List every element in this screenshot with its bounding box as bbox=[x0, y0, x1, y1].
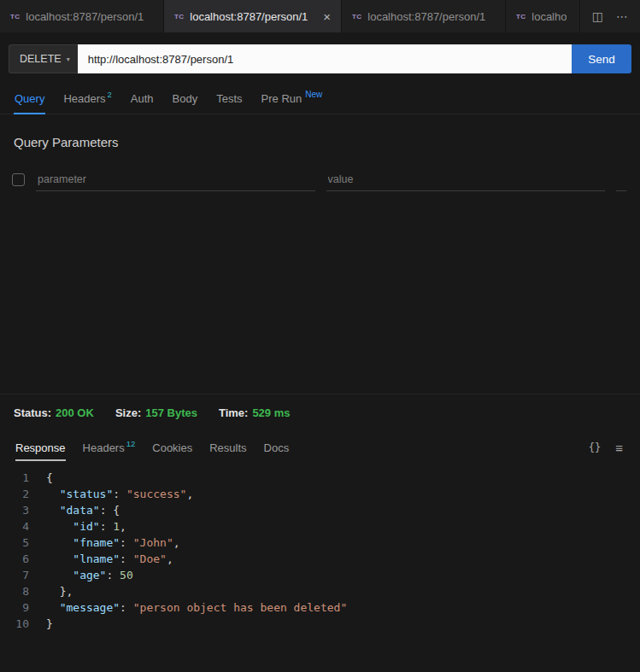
param-name-input[interactable] bbox=[36, 168, 315, 191]
query-param-row bbox=[12, 168, 626, 191]
tab-label: Response bbox=[15, 441, 66, 454]
send-button[interactable]: Send bbox=[572, 44, 631, 73]
time-label: Time: bbox=[219, 406, 248, 419]
code-text: } bbox=[46, 616, 53, 632]
size-group: Size: 157 Bytes bbox=[115, 406, 197, 419]
tab-response[interactable]: Response bbox=[7, 431, 74, 464]
tab-label: localho bbox=[531, 10, 567, 23]
param-checkbox[interactable] bbox=[12, 173, 25, 186]
method-label: DELETE bbox=[20, 53, 62, 65]
code-line: 5 "fname": "John", bbox=[0, 535, 640, 551]
tab-query[interactable]: Query bbox=[5, 84, 54, 114]
close-icon[interactable]: × bbox=[316, 10, 331, 23]
tab-auth[interactable]: Auth bbox=[121, 84, 163, 114]
editor-tab-3[interactable]: TC localhost:8787/person/1 bbox=[342, 0, 506, 32]
headers-count-badge: 2 bbox=[108, 90, 112, 99]
request-tabs: Query Headers 2 Auth Body Tests Pre Run … bbox=[0, 84, 640, 114]
chevron-down-icon: ▾ bbox=[67, 56, 70, 63]
size-label: Size: bbox=[115, 406, 141, 419]
line-number: 4 bbox=[0, 518, 29, 535]
status-label: Status: bbox=[14, 406, 51, 419]
code-text: { bbox=[46, 470, 53, 486]
line-number: 10 bbox=[0, 616, 29, 632]
request-bar: DELETE ▾ Send bbox=[0, 32, 640, 84]
empty-area bbox=[0, 191, 640, 394]
code-line: 3 "data": { bbox=[0, 502, 640, 518]
editor-tab-2-active[interactable]: TC localhost:8787/person/1 × bbox=[164, 0, 342, 32]
tab-results[interactable]: Results bbox=[201, 431, 255, 464]
code-text: "fname": "John", bbox=[46, 535, 180, 551]
tab-docs[interactable]: Docs bbox=[255, 431, 298, 464]
code-line: 2 "status": "success", bbox=[0, 486, 640, 502]
code-line: 8 }, bbox=[0, 583, 640, 599]
tab-label: Headers bbox=[63, 92, 105, 105]
code-line: 10} bbox=[0, 616, 640, 632]
tab-label: Docs bbox=[264, 441, 290, 454]
editor-tab-bar: TC localhost:8787/person/1 TC localhost:… bbox=[0, 0, 640, 32]
code-line: 6 "lname": "Doe", bbox=[0, 551, 640, 567]
tab-label: localhost:8787/person/1 bbox=[190, 10, 308, 23]
status-group: Status: 200 OK bbox=[14, 406, 94, 419]
more-actions-icon[interactable]: ⋯ bbox=[616, 9, 628, 23]
query-parameters-title: Query Parameters bbox=[14, 135, 640, 149]
code-text: "id": 1, bbox=[46, 518, 126, 535]
size-value: 157 Bytes bbox=[145, 406, 197, 419]
code-line: 1{ bbox=[0, 470, 640, 486]
time-group: Time: 529 ms bbox=[219, 406, 291, 419]
editor-tab-1[interactable]: TC localhost:8787/person/1 bbox=[0, 0, 164, 32]
status-value: 200 OK bbox=[56, 406, 94, 419]
tab-label: localhost:8787/person/1 bbox=[367, 10, 485, 23]
response-headers-count-badge: 12 bbox=[126, 439, 136, 448]
tab-label: Headers bbox=[83, 441, 125, 454]
code-text: "data": { bbox=[46, 502, 120, 518]
tab-label: Results bbox=[209, 441, 246, 454]
code-line: 4 "id": 1, bbox=[0, 518, 640, 535]
thunder-client-icon: TC bbox=[352, 13, 361, 20]
code-text: "lname": "Doe", bbox=[46, 551, 173, 567]
tab-label: Tests bbox=[216, 92, 242, 105]
line-number: 1 bbox=[0, 470, 29, 486]
editor-tab-4[interactable]: TC localho bbox=[506, 0, 580, 32]
tab-label: localhost:8787/person/1 bbox=[26, 10, 144, 23]
editor-actions: ◫ ⋯ bbox=[580, 0, 640, 32]
code-line: 9 "message": "person object has been del… bbox=[0, 599, 640, 616]
thunder-client-icon: TC bbox=[10, 13, 20, 20]
thunder-client-icon: TC bbox=[174, 13, 184, 20]
thunder-client-icon: TC bbox=[516, 13, 526, 20]
code-text: "status": "success", bbox=[46, 486, 193, 502]
response-tabs: Response Headers 12 Cookies Results Docs… bbox=[0, 431, 640, 464]
tab-label: Body bbox=[173, 92, 198, 105]
tab-label: Cookies bbox=[152, 441, 192, 454]
code-text: "message": "person object has been delet… bbox=[46, 599, 347, 616]
code-line: 7 "age": 50 bbox=[0, 567, 640, 583]
code-text: "age": 50 bbox=[46, 567, 133, 583]
response-toolbar-icons: {} ≡ bbox=[589, 431, 633, 464]
line-number: 3 bbox=[0, 502, 29, 518]
tab-pre-run[interactable]: Pre Run New bbox=[252, 84, 332, 114]
tab-label: Query bbox=[15, 92, 44, 105]
split-editor-icon[interactable]: ◫ bbox=[592, 9, 603, 23]
wrap-lines-icon[interactable]: ≡ bbox=[615, 441, 623, 455]
tab-response-headers[interactable]: Headers 12 bbox=[74, 431, 144, 464]
line-number: 5 bbox=[0, 535, 29, 551]
response-body: 1{2 "status": "success",3 "data": {4 "id… bbox=[0, 464, 640, 672]
tab-headers[interactable]: Headers 2 bbox=[54, 84, 120, 114]
line-number: 2 bbox=[0, 486, 29, 502]
tab-body[interactable]: Body bbox=[163, 84, 208, 114]
tab-label: Pre Run bbox=[261, 92, 302, 105]
format-json-icon[interactable]: {} bbox=[589, 441, 601, 453]
method-dropdown[interactable]: DELETE ▾ bbox=[9, 44, 78, 73]
tab-tests[interactable]: Tests bbox=[207, 84, 251, 114]
tab-label: Auth bbox=[131, 92, 154, 105]
line-number: 8 bbox=[0, 583, 29, 599]
line-number: 7 bbox=[0, 567, 29, 583]
new-badge: New bbox=[305, 90, 322, 99]
response-status-bar: Status: 200 OK Size: 157 Bytes Time: 529… bbox=[0, 394, 640, 431]
line-number: 6 bbox=[0, 551, 29, 567]
line-number: 9 bbox=[0, 599, 29, 616]
time-value: 529 ms bbox=[252, 406, 290, 419]
tab-cookies[interactable]: Cookies bbox=[144, 431, 201, 464]
code-text: }, bbox=[46, 583, 73, 599]
param-value-input[interactable] bbox=[326, 168, 606, 191]
url-input[interactable] bbox=[78, 44, 572, 73]
